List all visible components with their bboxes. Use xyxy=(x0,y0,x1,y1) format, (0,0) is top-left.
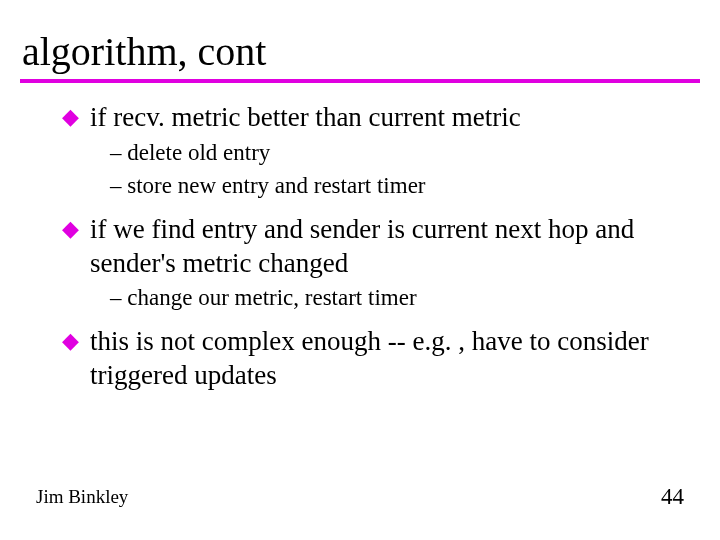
slide-title: algorithm, cont xyxy=(0,0,720,79)
footer-author: Jim Binkley xyxy=(36,486,128,508)
bullet-2: if we find entry and sender is current n… xyxy=(90,213,680,281)
bullet-3: this is not complex enough -- e.g. , hav… xyxy=(90,325,680,393)
bullet-1-sub-1: delete old entry xyxy=(110,137,680,168)
bullet-1-sub-2: store new entry and restart timer xyxy=(110,170,680,201)
slide-body: if recv. metric better than current metr… xyxy=(0,101,720,393)
bullet-1: if recv. metric better than current metr… xyxy=(90,101,680,135)
bullet-2-sub-1: change our metric, restart timer xyxy=(110,282,680,313)
title-underline xyxy=(20,79,700,83)
footer-page-number: 44 xyxy=(661,484,684,510)
